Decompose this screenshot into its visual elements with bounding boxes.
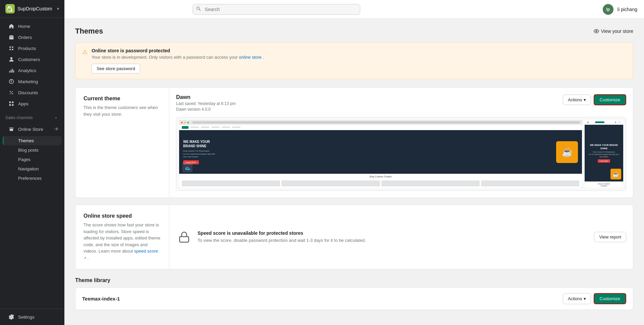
sidebar-item-apps-label: Apps (18, 101, 29, 106)
speed-unavailable-text: Speed score is unavailable for protected… (198, 230, 589, 244)
theme-last-saved: Last saved: Yesterday at 6:13 pm (176, 101, 235, 106)
sidebar-subitem-themes[interactable]: Themes (3, 136, 62, 145)
library-theme-card: Teemax-index-1 Actions ▾ Customize (75, 287, 633, 310)
sidebar-item-home[interactable]: Home (3, 21, 62, 32)
sidebar-item-orders[interactable]: Orders (3, 32, 62, 43)
search-input[interactable] (193, 4, 360, 15)
theme-name-block: Dawn Last saved: Yesterday at 6:13 pm Da… (176, 94, 235, 112)
speed-unavailable-title: Speed score is unavailable for protected… (198, 230, 589, 236)
user-name: li pichang (618, 7, 637, 12)
analytics-icon (8, 68, 15, 73)
topbar-right: lp li pichang (603, 4, 637, 15)
library-customize-button[interactable]: Customize (594, 293, 626, 304)
search-icon (196, 6, 201, 12)
sidebar-item-apps[interactable]: Apps (3, 98, 62, 109)
actions-chevron-icon: ▾ (584, 97, 586, 102)
svg-rect-14 (180, 236, 189, 242)
svg-point-6 (11, 81, 12, 82)
sidebar-item-products[interactable]: Products (3, 43, 62, 54)
page-header: Themes View your store (75, 27, 633, 36)
shopify-logo-icon (5, 4, 15, 13)
sidebar-item-orders-label: Orders (18, 35, 32, 40)
svg-rect-11 (9, 104, 11, 106)
online-store-link[interactable]: online store (239, 55, 263, 60)
svg-rect-10 (12, 102, 14, 103)
sidebar-item-marketing[interactable]: Marketing (3, 76, 62, 87)
theme-name: Dawn (176, 94, 235, 100)
avatar: lp (603, 4, 613, 15)
sidebar-item-discounts-label: Discounts (18, 90, 38, 95)
theme-library-section: Theme library Teemax-index-1 Actions ▾ C… (75, 277, 633, 310)
alert-banner: ⚠ Online store is password protected You… (75, 42, 633, 79)
sidebar-item-customers-label: Customers (18, 57, 40, 62)
theme-header: Dawn Last saved: Yesterday at 6:13 pm Da… (176, 94, 626, 112)
theme-actions: Actions ▾ Customize (563, 94, 626, 105)
main-wrapper: lp li pichang Themes View your store ⚠ O… (64, 0, 644, 325)
theme-preview-image: WE MAKE YOURBRAND SHINE Drop Custom For … (176, 117, 626, 191)
theme-info-panel: Current theme This is the theme customer… (75, 88, 169, 198)
view-report-button[interactable]: View report (594, 232, 626, 242)
orders-icon (8, 35, 15, 40)
speed-card: Online store speed The score shows how f… (75, 205, 633, 269)
lock-icon (176, 229, 192, 245)
alert-content: Online store is password protected Your … (92, 48, 626, 73)
sidebar-item-home-label: Home (18, 24, 30, 29)
apps-icon (8, 101, 15, 106)
speed-unavailable-desc: To view the score, disable password prot… (198, 237, 589, 244)
library-theme-actions: Actions ▾ Customize (563, 293, 626, 304)
speed-section: Online store speed The score shows how f… (75, 205, 633, 269)
main-nav: Home Orders Products Customers Analytics (0, 18, 64, 309)
online-store-icon (8, 126, 15, 132)
sidebar-subitem-preferences[interactable]: Preferences (3, 174, 62, 183)
svg-rect-3 (12, 69, 13, 72)
sidebar-item-analytics[interactable]: Analytics (3, 65, 62, 76)
sidebar: SupDropCustom ▾ Home Orders Products C (0, 0, 64, 325)
svg-rect-2 (11, 70, 11, 72)
sidebar-item-analytics-label: Analytics (18, 68, 36, 73)
view-store-link[interactable]: View your store (594, 29, 633, 34)
see-store-password-button[interactable]: See store password (92, 64, 140, 73)
svg-point-7 (10, 91, 11, 92)
main-content: Themes View your store ⚠ Online store is… (64, 19, 644, 325)
sidebar-item-online-store[interactable]: Online Store 👁 (3, 123, 62, 135)
current-theme-card: Current theme This is the theme customer… (75, 87, 633, 198)
sidebar-item-discounts[interactable]: Discounts (3, 87, 62, 98)
svg-point-13 (596, 31, 597, 32)
chevron-down-icon[interactable]: ▾ (57, 6, 59, 11)
sidebar-subitem-blog-posts[interactable]: Blog posts (3, 146, 62, 155)
sidebar-subitem-pages[interactable]: Pages (3, 155, 62, 164)
library-section-title: Theme library (75, 277, 633, 283)
library-actions-button[interactable]: Actions ▾ (563, 293, 591, 304)
external-link-icon: ↗ (84, 256, 86, 260)
customers-icon (8, 57, 15, 62)
products-icon (8, 46, 15, 51)
sales-channels-label: Sales channels ＋ (0, 109, 64, 122)
current-theme-title: Current theme (84, 96, 161, 102)
page-title: Themes (75, 27, 103, 36)
eye-icon[interactable]: 👁 (54, 126, 59, 132)
sidebar-item-settings[interactable]: Settings (3, 312, 62, 322)
speed-info-panel: Online store speed The score shows how f… (75, 205, 169, 269)
add-sales-channel-button[interactable]: ＋ (53, 115, 59, 121)
speed-content: Speed score is unavailable for protected… (169, 205, 633, 269)
sidebar-item-marketing-label: Marketing (18, 79, 38, 84)
eye-view-icon (594, 29, 599, 34)
online-store-subnav: Themes Blog posts Pages Navigation Prefe… (0, 135, 64, 184)
svg-point-8 (12, 93, 13, 94)
warning-icon: ⚠ (82, 48, 88, 56)
alert-title: Online store is password protected (92, 48, 626, 53)
store-name: SupDropCustom (17, 6, 57, 11)
home-icon (8, 23, 15, 29)
svg-rect-1 (9, 71, 10, 73)
sidebar-bottom: Settings (0, 309, 64, 325)
sidebar-subitem-navigation[interactable]: Navigation (3, 164, 62, 173)
sidebar-header[interactable]: SupDropCustom ▾ (0, 0, 64, 18)
speed-description: The score shows how fast your store is l… (84, 222, 161, 261)
sidebar-item-products-label: Products (18, 46, 36, 51)
theme-customize-button[interactable]: Customize (594, 94, 626, 105)
theme-actions-button[interactable]: Actions ▾ (563, 95, 591, 105)
speed-title: Online store speed (84, 213, 161, 219)
online-store-section: Online Store 👁 Themes Blog posts Pages N… (0, 123, 64, 184)
settings-icon (8, 314, 15, 320)
sidebar-item-customers[interactable]: Customers (3, 54, 62, 65)
